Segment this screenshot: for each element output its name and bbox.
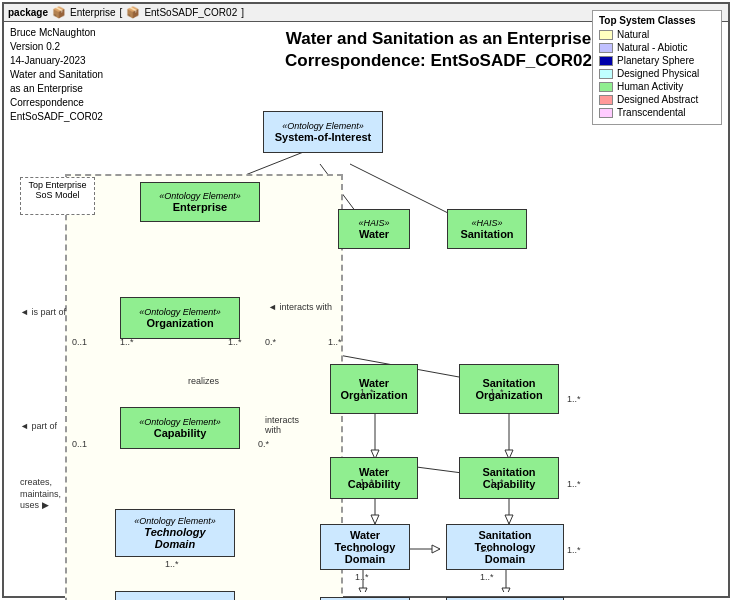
mult-1s-right: 1..* bbox=[228, 337, 242, 347]
mult-1s-tech-domain: 1..* bbox=[165, 559, 179, 569]
system-of-interest-stereotype: «Ontology Element» bbox=[282, 121, 364, 131]
enterprise-box: «Ontology Element» Enterprise bbox=[140, 182, 260, 222]
version: Version 0.2 bbox=[10, 40, 143, 54]
mult-right-san-cap: 1..* bbox=[567, 479, 581, 489]
legend-color-designed-physical bbox=[599, 69, 613, 79]
legend-natural-abiotic: Natural - Abiotic bbox=[599, 42, 715, 53]
organization-box: «Ontology Element» Organization bbox=[120, 297, 240, 339]
legend-color-natural-abiotic bbox=[599, 43, 613, 53]
sanitation-hais-stereotype: «HAIS» bbox=[471, 218, 502, 228]
sanitation-org-box: SanitationOrganization bbox=[459, 364, 559, 414]
water-org-box: WaterOrganization bbox=[330, 364, 418, 414]
is-part-of-label: ◄ is part of bbox=[20, 307, 66, 317]
svg-marker-40 bbox=[359, 588, 367, 592]
tech-domain-stereotype: «Ontology Element» bbox=[134, 516, 216, 526]
org-stereotype: «Ontology Element» bbox=[139, 307, 221, 317]
outer-border: package 📦 Enterprise [ 📦 EntSoSADF_COR02… bbox=[2, 2, 730, 598]
org-name: Organization bbox=[146, 317, 213, 329]
legend-planetary-sphere: Planetary Sphere bbox=[599, 55, 715, 66]
mult-water-tech-dom: 1..* bbox=[355, 544, 369, 554]
package-enterprise: Enterprise bbox=[70, 7, 116, 18]
svg-marker-42 bbox=[502, 588, 510, 592]
enterprise-stereotype: «Ontology Element» bbox=[159, 191, 241, 201]
top-enterprise-label: Top EnterpriseSoS Model bbox=[28, 180, 86, 200]
date: 14-January-2023 bbox=[10, 54, 143, 68]
part-of-label: ◄ part of bbox=[20, 421, 57, 431]
legend-label-planetary: Planetary Sphere bbox=[617, 55, 694, 66]
package-keyword: package bbox=[8, 7, 48, 18]
interacts-with-cap-label: interactswith bbox=[265, 415, 299, 435]
system-of-interest-box: «Ontology Element» System-of-Interest bbox=[263, 111, 383, 153]
svg-marker-48 bbox=[371, 515, 379, 524]
top-enterprise-sos-box: Top EnterpriseSoS Model bbox=[20, 177, 95, 215]
creates-maintains-uses-label: creates,maintains,uses ▶ bbox=[20, 477, 61, 512]
sanitation-hais-box: «HAIS» Sanitation bbox=[447, 209, 527, 249]
mult-0s-right: 0.* bbox=[265, 337, 276, 347]
title-line1: Water and Sanitation as an Enterprise bbox=[286, 29, 591, 48]
svg-marker-36 bbox=[432, 545, 440, 553]
mult-sanitation-org: 1..* bbox=[490, 387, 504, 397]
mult-0s-cap2: 0.* bbox=[258, 439, 269, 449]
enterprise-name: Enterprise bbox=[173, 201, 227, 213]
cap-stereotype: «Ontology Element» bbox=[139, 417, 221, 427]
water-hais-box: «HAIS» Water bbox=[338, 209, 410, 249]
interacts-with-top-label: ◄ interacts with bbox=[268, 302, 332, 312]
capability-box: «Ontology Element» Capability bbox=[120, 407, 240, 449]
desc1: Water and Sanitation bbox=[10, 68, 143, 82]
mult-san-tech-sys-top: 1..* bbox=[480, 572, 494, 582]
legend-designed-physical: Designed Physical bbox=[599, 68, 715, 79]
tech-domain-box: «Ontology Element» TechnologyDomain bbox=[115, 509, 235, 557]
system-of-interest-name: System-of-Interest bbox=[275, 131, 372, 143]
legend-label-natural-abiotic: Natural - Abiotic bbox=[617, 42, 688, 53]
mult-water-cap: 1..* bbox=[360, 477, 374, 487]
sanitation-cap-box: SanitationCapability bbox=[459, 457, 559, 499]
water-cap-box: WaterCapability bbox=[330, 457, 418, 499]
mult-1s-left: 1..* bbox=[120, 337, 134, 347]
cap-name: Capability bbox=[154, 427, 207, 439]
title-line2: Correspondence: EntSoSADF_COR02 bbox=[285, 51, 592, 70]
mult-right-san-tech-dom: 1..* bbox=[567, 545, 581, 555]
legend-color-planetary bbox=[599, 56, 613, 66]
sanitation-org-name: SanitationOrganization bbox=[475, 377, 542, 401]
main-title: Water and Sanitation as an Enterprise Co… bbox=[285, 28, 592, 72]
realizes-label: realizes bbox=[188, 376, 219, 386]
diagram-area: Top EnterpriseSoS Model «Ontology Elemen… bbox=[10, 89, 722, 592]
package-divider: [ bbox=[120, 7, 123, 18]
package-subname: EntSoSADF_COR02 bbox=[144, 7, 237, 18]
mult-water-org: 1..* bbox=[360, 387, 374, 397]
legend-label-natural: Natural bbox=[617, 29, 649, 40]
mult-san-tech-dom: 1..* bbox=[480, 544, 494, 554]
package-icon2: 📦 bbox=[126, 6, 140, 19]
legend-color-natural bbox=[599, 30, 613, 40]
legend-label-designed-physical: Designed Physical bbox=[617, 68, 699, 79]
water-hais-stereotype: «HAIS» bbox=[358, 218, 389, 228]
author: Bruce McNaughton bbox=[10, 26, 143, 40]
mult-right-san-org: 1..* bbox=[567, 394, 581, 404]
mult-01-cap-left: 0..1 bbox=[72, 439, 87, 449]
package-icon: 📦 bbox=[52, 6, 66, 19]
sanitation-tech-domain-name: Sanitation TechnologyDomain bbox=[450, 529, 560, 565]
legend-title: Top System Classes bbox=[599, 15, 715, 26]
legend-natural: Natural bbox=[599, 29, 715, 40]
tech-system-box: «Ontology Element» Technology System bbox=[115, 591, 235, 600]
tech-domain-name: TechnologyDomain bbox=[144, 526, 205, 550]
mult-sanitation-cap: 1..* bbox=[490, 477, 504, 487]
sanitation-hais-name: Sanitation bbox=[460, 228, 513, 240]
svg-marker-50 bbox=[505, 515, 513, 524]
mult-water-tech-sys-top: 1..* bbox=[355, 572, 369, 582]
sanitation-tech-domain-box: Sanitation TechnologyDomain bbox=[446, 524, 564, 570]
mult-1s-far: 1..* bbox=[328, 337, 342, 347]
water-hais-name: Water bbox=[359, 228, 389, 240]
mult-01-left: 0..1 bbox=[72, 337, 87, 347]
